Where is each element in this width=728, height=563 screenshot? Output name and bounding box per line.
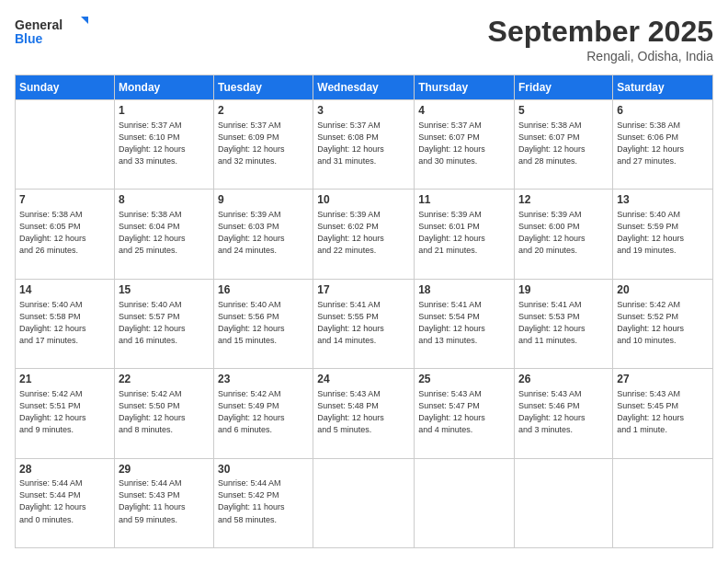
- day-number: 23: [218, 372, 309, 387]
- page: General Blue September 2025 Rengali, Odi…: [0, 0, 728, 563]
- cell-info: Sunrise: 5:38 AM Sunset: 6:04 PM Dayligh…: [119, 209, 210, 257]
- table-row: 15Sunrise: 5:40 AM Sunset: 5:57 PM Dayli…: [114, 279, 213, 368]
- table-row: 17Sunrise: 5:41 AM Sunset: 5:55 PM Dayli…: [313, 279, 415, 368]
- table-row: 27Sunrise: 5:43 AM Sunset: 5:45 PM Dayli…: [613, 369, 713, 458]
- cell-info: Sunrise: 5:37 AM Sunset: 6:08 PM Dayligh…: [317, 120, 410, 167]
- table-row: 16Sunrise: 5:40 AM Sunset: 5:56 PM Dayli…: [214, 279, 313, 368]
- header: General Blue September 2025 Rengali, Odi…: [15, 15, 713, 63]
- month-title: September 2025: [488, 15, 713, 49]
- day-number: 21: [19, 372, 110, 387]
- table-row: 13Sunrise: 5:40 AM Sunset: 5:59 PM Dayli…: [613, 190, 713, 279]
- calendar-week-row: 1Sunrise: 5:37 AM Sunset: 6:10 PM Daylig…: [16, 100, 713, 190]
- col-monday: Monday: [114, 75, 213, 100]
- cell-info: Sunrise: 5:39 AM Sunset: 6:03 PM Dayligh…: [218, 209, 309, 257]
- table-row: 22Sunrise: 5:42 AM Sunset: 5:50 PM Dayli…: [114, 369, 213, 458]
- table-row: 29Sunrise: 5:44 AM Sunset: 5:43 PM Dayli…: [114, 458, 213, 547]
- day-number: 16: [218, 282, 309, 298]
- table-row: 12Sunrise: 5:39 AM Sunset: 6:00 PM Dayli…: [515, 190, 613, 279]
- day-number: 24: [317, 372, 410, 387]
- calendar-week-row: 28Sunrise: 5:44 AM Sunset: 5:44 PM Dayli…: [16, 458, 713, 547]
- table-row: 7Sunrise: 5:38 AM Sunset: 6:05 PM Daylig…: [16, 190, 115, 279]
- cell-info: Sunrise: 5:42 AM Sunset: 5:52 PM Dayligh…: [617, 299, 709, 347]
- cell-info: Sunrise: 5:40 AM Sunset: 5:57 PM Dayligh…: [119, 299, 210, 347]
- day-number: 19: [518, 282, 609, 298]
- day-number: 14: [19, 282, 110, 298]
- cell-info: Sunrise: 5:37 AM Sunset: 6:09 PM Dayligh…: [218, 120, 309, 167]
- logo-svg: General Blue: [15, 15, 88, 48]
- cell-info: Sunrise: 5:42 AM Sunset: 5:51 PM Dayligh…: [19, 388, 110, 436]
- cell-info: Sunrise: 5:43 AM Sunset: 5:46 PM Dayligh…: [518, 388, 609, 436]
- cell-info: Sunrise: 5:40 AM Sunset: 5:56 PM Dayligh…: [218, 299, 309, 347]
- day-number: 18: [418, 282, 510, 298]
- cell-info: Sunrise: 5:41 AM Sunset: 5:55 PM Dayligh…: [317, 299, 410, 347]
- cell-info: Sunrise: 5:37 AM Sunset: 6:10 PM Dayligh…: [119, 120, 210, 167]
- col-sunday: Sunday: [16, 75, 115, 100]
- day-number: 27: [617, 372, 709, 387]
- table-row: 30Sunrise: 5:44 AM Sunset: 5:42 PM Dayli…: [214, 458, 313, 547]
- table-row: 9Sunrise: 5:39 AM Sunset: 6:03 PM Daylig…: [214, 190, 313, 279]
- cell-info: Sunrise: 5:41 AM Sunset: 5:53 PM Dayligh…: [518, 299, 609, 347]
- cell-info: Sunrise: 5:44 AM Sunset: 5:43 PM Dayligh…: [119, 477, 210, 525]
- table-row: [613, 458, 713, 547]
- calendar-week-row: 7Sunrise: 5:38 AM Sunset: 6:05 PM Daylig…: [16, 190, 713, 279]
- calendar-table: Sunday Monday Tuesday Wednesday Thursday…: [15, 75, 713, 548]
- cell-info: Sunrise: 5:38 AM Sunset: 6:07 PM Dayligh…: [518, 120, 609, 167]
- col-saturday: Saturday: [613, 75, 713, 100]
- table-row: 28Sunrise: 5:44 AM Sunset: 5:44 PM Dayli…: [16, 458, 115, 547]
- table-row: 6Sunrise: 5:38 AM Sunset: 6:06 PM Daylig…: [613, 100, 713, 190]
- col-tuesday: Tuesday: [214, 75, 313, 100]
- table-row: 4Sunrise: 5:37 AM Sunset: 6:07 PM Daylig…: [415, 100, 515, 190]
- cell-info: Sunrise: 5:43 AM Sunset: 5:48 PM Dayligh…: [317, 388, 410, 436]
- day-number: 26: [518, 372, 609, 387]
- table-row: 26Sunrise: 5:43 AM Sunset: 5:46 PM Dayli…: [515, 369, 613, 458]
- day-number: 1: [119, 103, 210, 119]
- table-row: 1Sunrise: 5:37 AM Sunset: 6:10 PM Daylig…: [114, 100, 213, 190]
- cell-info: Sunrise: 5:42 AM Sunset: 5:49 PM Dayligh…: [218, 388, 309, 436]
- cell-info: Sunrise: 5:41 AM Sunset: 5:54 PM Dayligh…: [418, 299, 510, 347]
- calendar-week-row: 21Sunrise: 5:42 AM Sunset: 5:51 PM Dayli…: [16, 369, 713, 458]
- cell-info: Sunrise: 5:37 AM Sunset: 6:07 PM Dayligh…: [418, 120, 510, 167]
- day-number: 22: [119, 372, 210, 387]
- svg-marker-2: [81, 17, 88, 24]
- cell-info: Sunrise: 5:44 AM Sunset: 5:44 PM Dayligh…: [19, 477, 110, 525]
- table-row: 19Sunrise: 5:41 AM Sunset: 5:53 PM Dayli…: [515, 279, 613, 368]
- day-number: 12: [518, 192, 609, 208]
- cell-info: Sunrise: 5:40 AM Sunset: 5:59 PM Dayligh…: [617, 209, 709, 257]
- table-row: 8Sunrise: 5:38 AM Sunset: 6:04 PM Daylig…: [114, 190, 213, 279]
- day-number: 13: [617, 192, 709, 208]
- svg-text:General: General: [15, 17, 63, 32]
- table-row: [515, 458, 613, 547]
- day-number: 30: [218, 462, 309, 477]
- day-number: 25: [418, 372, 510, 387]
- cell-info: Sunrise: 5:39 AM Sunset: 6:01 PM Dayligh…: [418, 209, 510, 257]
- table-row: 18Sunrise: 5:41 AM Sunset: 5:54 PM Dayli…: [415, 279, 515, 368]
- cell-info: Sunrise: 5:43 AM Sunset: 5:45 PM Dayligh…: [617, 388, 709, 436]
- table-row: [16, 100, 115, 190]
- day-number: 7: [19, 192, 110, 208]
- table-row: 14Sunrise: 5:40 AM Sunset: 5:58 PM Dayli…: [16, 279, 115, 368]
- table-row: 24Sunrise: 5:43 AM Sunset: 5:48 PM Dayli…: [313, 369, 415, 458]
- day-number: 20: [617, 282, 709, 298]
- table-row: 3Sunrise: 5:37 AM Sunset: 6:08 PM Daylig…: [313, 100, 415, 190]
- day-number: 10: [317, 192, 410, 208]
- cell-info: Sunrise: 5:39 AM Sunset: 6:00 PM Dayligh…: [518, 209, 609, 257]
- day-number: 9: [218, 192, 309, 208]
- cell-info: Sunrise: 5:44 AM Sunset: 5:42 PM Dayligh…: [218, 477, 309, 525]
- cell-info: Sunrise: 5:39 AM Sunset: 6:02 PM Dayligh…: [317, 209, 410, 257]
- day-number: 5: [518, 103, 609, 119]
- cell-info: Sunrise: 5:38 AM Sunset: 6:06 PM Dayligh…: [617, 120, 709, 167]
- col-thursday: Thursday: [415, 75, 515, 100]
- table-row: 20Sunrise: 5:42 AM Sunset: 5:52 PM Dayli…: [613, 279, 713, 368]
- day-number: 2: [218, 103, 309, 119]
- logo: General Blue: [15, 15, 88, 48]
- table-row: 25Sunrise: 5:43 AM Sunset: 5:47 PM Dayli…: [415, 369, 515, 458]
- cell-info: Sunrise: 5:43 AM Sunset: 5:47 PM Dayligh…: [418, 388, 510, 436]
- day-number: 4: [418, 103, 510, 119]
- day-number: 11: [418, 192, 510, 208]
- calendar-header-row: Sunday Monday Tuesday Wednesday Thursday…: [16, 75, 713, 100]
- svg-text:Blue: Blue: [15, 31, 43, 46]
- calendar-week-row: 14Sunrise: 5:40 AM Sunset: 5:58 PM Dayli…: [16, 279, 713, 368]
- day-number: 29: [119, 462, 210, 477]
- table-row: 5Sunrise: 5:38 AM Sunset: 6:07 PM Daylig…: [515, 100, 613, 190]
- cell-info: Sunrise: 5:38 AM Sunset: 6:05 PM Dayligh…: [19, 209, 110, 257]
